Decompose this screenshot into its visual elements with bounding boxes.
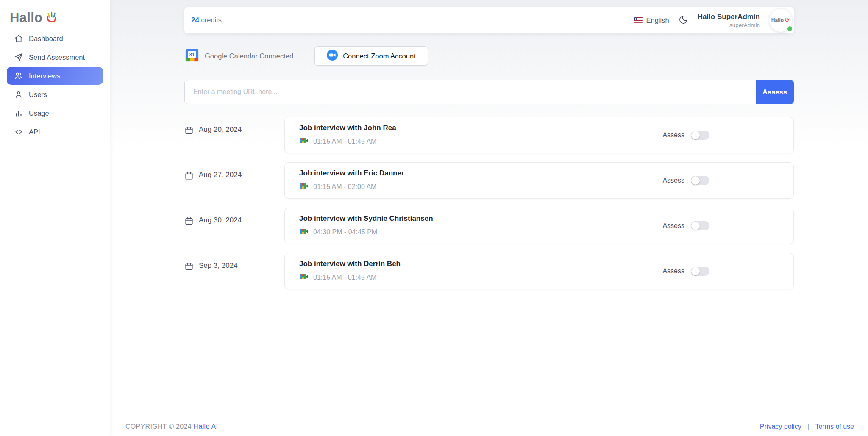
sidebar-item-api[interactable]: API — [7, 123, 103, 141]
interview-row: Aug 27, 2024 Job interview with Eric Dan… — [184, 162, 794, 199]
interview-time: 01:15 AM - 01:45 AM — [313, 138, 376, 145]
credits-indicator: 24 credits — [191, 16, 222, 25]
language-label: English — [646, 17, 669, 25]
interview-list: Aug 20, 2024 Job interview with John Rea — [184, 117, 794, 289]
toggle-knob — [691, 176, 700, 185]
sidebar-item-dashboard[interactable]: Dashboard — [7, 30, 103, 47]
assess-button[interactable]: Assess — [756, 80, 794, 104]
interview-date-label: Aug 20, 2024 — [199, 125, 242, 134]
toggle-knob — [691, 267, 700, 275]
assess-toggle-label: Assess — [662, 131, 684, 139]
assess-toggle[interactable] — [691, 176, 709, 185]
assess-toggle-label: Assess — [662, 267, 684, 275]
interview-date-label: Aug 30, 2024 — [199, 216, 242, 225]
interview-date: Aug 27, 2024 — [184, 162, 284, 199]
app-root: Hallo Dashboard — [0, 0, 868, 436]
google-calendar-status: 31 Google Calendar Connected — [184, 48, 293, 64]
brand-logo-text: Hallo — [10, 10, 42, 25]
user-role: superAdmin — [698, 22, 760, 28]
footer-separator: | — [807, 423, 809, 430]
interview-title: Job interview with Derrin Beh — [299, 260, 662, 268]
sidebar-item-usage[interactable]: Usage — [7, 104, 103, 122]
avatar[interactable]: Hallo — [769, 9, 792, 32]
calendar-icon — [184, 125, 194, 137]
interview-title: Job interview with John Rea — [299, 124, 662, 132]
meeting-url-input[interactable] — [184, 80, 756, 104]
interview-row: Aug 30, 2024 Job interview with Sydnie C… — [184, 208, 794, 244]
connections-row: 31 Google Calendar Connected Connect Zoo… — [184, 46, 794, 66]
us-flag-icon — [634, 17, 643, 25]
connect-zoom-button[interactable]: Connect Zoom Account — [314, 46, 428, 66]
zoom-icon — [327, 50, 338, 62]
interview-title: Job interview with Eric Danner — [299, 169, 662, 178]
footer: COPYRIGHT © 2024 Hallo AI Privacy policy… — [125, 423, 854, 430]
interview-date-label: Sep 3, 2024 — [199, 261, 238, 270]
privacy-policy-link[interactable]: Privacy policy — [760, 423, 801, 430]
credits-value: 24 — [191, 16, 199, 24]
dark-mode-toggle[interactable] — [679, 15, 688, 26]
brand-footer-link[interactable]: Hallo AI — [194, 423, 218, 430]
terms-of-use-link[interactable]: Terms of use — [815, 423, 854, 430]
moon-icon — [679, 15, 688, 26]
interview-date: Aug 20, 2024 — [184, 117, 284, 153]
copyright-label: COPYRIGHT © 2024 — [125, 423, 192, 430]
online-status-dot — [787, 25, 793, 32]
sidebar-nav: Dashboard Send Assessment Interviews — [7, 30, 103, 141]
sidebar: Hallo Dashboard — [0, 0, 110, 436]
interview-title: Job interview with Sydnie Christiansen — [299, 214, 662, 223]
sidebar-item-label: Dashboard — [29, 35, 63, 43]
brand-logo[interactable]: Hallo — [7, 9, 103, 26]
interview-date-label: Aug 27, 2024 — [199, 171, 242, 179]
sidebar-item-interviews[interactable]: Interviews — [7, 67, 103, 85]
interview-date: Aug 30, 2024 — [184, 208, 284, 244]
interview-card: Job interview with Eric Danner — [284, 162, 794, 199]
toggle-knob — [691, 222, 700, 230]
sidebar-item-label: Usage — [29, 109, 49, 117]
bar-chart-icon — [14, 108, 23, 118]
sidebar-item-label: API — [29, 128, 40, 136]
assess-toggle[interactable] — [691, 267, 709, 276]
footer-links: Privacy policy | Terms of use — [760, 423, 854, 430]
google-calendar-icon: 31 — [185, 48, 199, 64]
interview-time: 01:15 AM - 01:45 AM — [313, 274, 376, 281]
interview-time: 01:15 AM - 02:00 AM — [313, 183, 376, 191]
assess-toggle[interactable] — [691, 131, 709, 140]
google-meet-icon — [299, 272, 309, 283]
interview-date: Sep 3, 2024 — [184, 253, 284, 289]
main-area: 24 credits — [110, 0, 868, 436]
sidebar-item-label: Interviews — [29, 72, 60, 80]
avatar-brand-text: Hallo — [771, 17, 784, 23]
top-bar: 24 credits — [184, 7, 794, 33]
interview-row: Aug 20, 2024 Job interview with John Rea — [184, 117, 794, 153]
toggle-knob — [691, 131, 700, 139]
interview-row: Sep 3, 2024 Job interview with Derrin Be… — [184, 253, 794, 289]
calendar-icon — [184, 171, 194, 183]
code-icon — [14, 127, 23, 136]
language-selector[interactable]: English — [634, 17, 669, 25]
connect-zoom-label: Connect Zoom Account — [343, 52, 416, 60]
interview-card: Job interview with Derrin Beh — [284, 253, 794, 289]
google-calendar-status-label: Google Calendar Connected — [205, 52, 293, 60]
assess-toggle[interactable] — [691, 221, 709, 230]
calendar-icon — [184, 216, 194, 228]
calendar-icon — [184, 261, 194, 273]
sidebar-item-users[interactable]: Users — [7, 86, 103, 103]
user-menu[interactable]: Hallo SuperAdmin superAdmin — [698, 13, 760, 28]
assess-toggle-label: Assess — [662, 177, 684, 184]
home-icon — [14, 34, 23, 43]
svg-text:31: 31 — [189, 52, 195, 58]
assess-toggle-label: Assess — [662, 222, 684, 230]
people-icon — [14, 71, 23, 81]
interview-time: 04:30 PM - 04:45 PM — [313, 228, 377, 236]
sidebar-item-label: Send Assessment — [29, 53, 85, 61]
sidebar-item-label: Users — [29, 91, 47, 99]
interview-card: Job interview with Sydnie Christiansen — [284, 208, 794, 244]
google-meet-icon — [299, 136, 309, 147]
credits-label: credits — [201, 16, 222, 24]
interview-card: Job interview with John Rea — [284, 117, 794, 153]
assess-bar: Assess — [184, 80, 794, 104]
send-icon — [14, 53, 23, 62]
google-meet-icon — [299, 227, 309, 238]
sidebar-item-send-assessment[interactable]: Send Assessment — [7, 48, 103, 66]
avatar-hand-icon — [784, 17, 790, 24]
